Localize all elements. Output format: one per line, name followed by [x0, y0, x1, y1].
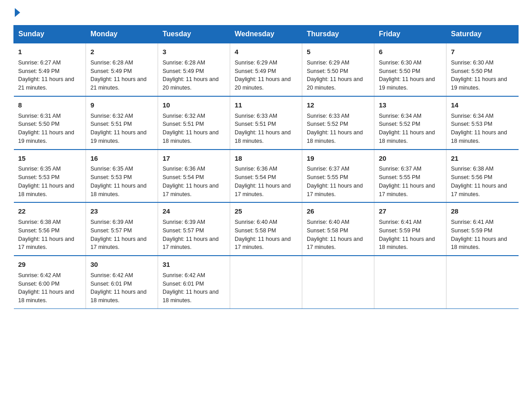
calendar-day-cell: 3Sunrise: 6:28 AMSunset: 5:49 PMDaylight…: [158, 43, 230, 96]
calendar-day-cell: 25Sunrise: 6:40 AMSunset: 5:58 PMDayligh…: [230, 202, 302, 256]
calendar-day-cell: 29Sunrise: 6:42 AMSunset: 6:00 PMDayligh…: [14, 256, 86, 308]
day-info: Sunrise: 6:36 AMSunset: 5:54 PMDaylight:…: [163, 165, 225, 198]
day-info: Sunrise: 6:33 AMSunset: 5:51 PMDaylight:…: [235, 112, 297, 146]
day-info: Sunrise: 6:38 AMSunset: 5:56 PMDaylight:…: [18, 218, 82, 252]
day-info: Sunrise: 6:29 AMSunset: 5:49 PMDaylight:…: [235, 59, 297, 92]
day-number: 10: [163, 100, 225, 110]
day-info: Sunrise: 6:42 AMSunset: 6:00 PMDaylight:…: [18, 271, 82, 305]
logo-arrow-icon: [15, 8, 20, 17]
calendar-day-cell: 11Sunrise: 6:33 AMSunset: 5:51 PMDayligh…: [230, 96, 302, 150]
day-number: 16: [90, 154, 153, 163]
calendar-header-sunday: Sunday: [14, 26, 86, 43]
calendar-day-cell: 10Sunrise: 6:32 AMSunset: 5:51 PMDayligh…: [158, 96, 230, 150]
day-info: Sunrise: 6:41 AMSunset: 5:59 PMDaylight:…: [379, 218, 442, 252]
day-info: Sunrise: 6:40 AMSunset: 5:58 PMDaylight:…: [235, 218, 297, 252]
day-number: 3: [163, 47, 225, 57]
day-info: Sunrise: 6:32 AMSunset: 5:51 PMDaylight:…: [163, 112, 225, 146]
day-number: 29: [18, 260, 82, 270]
day-info: Sunrise: 6:40 AMSunset: 5:58 PMDaylight:…: [307, 218, 369, 252]
day-number: 11: [235, 100, 297, 110]
calendar-day-cell: 17Sunrise: 6:36 AMSunset: 5:54 PMDayligh…: [158, 150, 230, 203]
calendar-day-cell: 19Sunrise: 6:37 AMSunset: 5:55 PMDayligh…: [302, 150, 374, 203]
day-info: Sunrise: 6:33 AMSunset: 5:52 PMDaylight:…: [307, 112, 369, 146]
day-info: Sunrise: 6:34 AMSunset: 5:53 PMDaylight:…: [451, 112, 514, 146]
day-number: 31: [163, 260, 225, 270]
calendar-day-cell: 8Sunrise: 6:31 AMSunset: 5:50 PMDaylight…: [14, 96, 86, 150]
calendar-day-cell: 12Sunrise: 6:33 AMSunset: 5:52 PMDayligh…: [302, 96, 374, 150]
calendar-week-row: 29Sunrise: 6:42 AMSunset: 6:00 PMDayligh…: [14, 256, 519, 308]
calendar-day-cell: 4Sunrise: 6:29 AMSunset: 5:49 PMDaylight…: [230, 43, 302, 96]
calendar-day-cell: 21Sunrise: 6:38 AMSunset: 5:56 PMDayligh…: [446, 150, 519, 203]
calendar-day-cell: [446, 256, 519, 308]
calendar-day-cell: 20Sunrise: 6:37 AMSunset: 5:55 PMDayligh…: [374, 150, 446, 203]
calendar-day-cell: 2Sunrise: 6:28 AMSunset: 5:49 PMDaylight…: [86, 43, 158, 96]
calendar-week-row: 15Sunrise: 6:35 AMSunset: 5:53 PMDayligh…: [14, 150, 519, 203]
day-number: 26: [307, 206, 369, 216]
calendar-week-row: 8Sunrise: 6:31 AMSunset: 5:50 PMDaylight…: [14, 96, 519, 150]
calendar-day-cell: 5Sunrise: 6:29 AMSunset: 5:50 PMDaylight…: [302, 43, 374, 96]
calendar-header-monday: Monday: [86, 26, 158, 43]
day-number: 2: [90, 47, 153, 57]
day-info: Sunrise: 6:41 AMSunset: 5:59 PMDaylight:…: [451, 218, 514, 252]
day-number: 30: [90, 260, 153, 270]
day-number: 25: [235, 206, 297, 216]
page-header: [13, 9, 519, 17]
day-number: 8: [18, 100, 82, 110]
day-number: 17: [163, 154, 225, 163]
day-info: Sunrise: 6:31 AMSunset: 5:50 PMDaylight:…: [18, 112, 82, 146]
day-number: 13: [379, 100, 442, 110]
day-info: Sunrise: 6:30 AMSunset: 5:50 PMDaylight:…: [379, 59, 442, 92]
calendar-header-saturday: Saturday: [446, 26, 519, 43]
day-info: Sunrise: 6:37 AMSunset: 5:55 PMDaylight:…: [307, 165, 369, 198]
day-info: Sunrise: 6:30 AMSunset: 5:50 PMDaylight:…: [451, 59, 514, 92]
day-number: 12: [307, 100, 369, 110]
logo: [13, 9, 22, 17]
calendar-day-cell: [230, 256, 302, 308]
calendar-day-cell: 7Sunrise: 6:30 AMSunset: 5:50 PMDaylight…: [446, 43, 519, 96]
day-info: Sunrise: 6:36 AMSunset: 5:54 PMDaylight:…: [235, 165, 297, 198]
calendar-day-cell: 18Sunrise: 6:36 AMSunset: 5:54 PMDayligh…: [230, 150, 302, 203]
calendar-day-cell: 31Sunrise: 6:42 AMSunset: 6:01 PMDayligh…: [158, 256, 230, 308]
day-number: 28: [451, 206, 514, 216]
day-number: 21: [451, 154, 514, 163]
day-info: Sunrise: 6:39 AMSunset: 5:57 PMDaylight:…: [163, 218, 225, 252]
calendar-day-cell: 23Sunrise: 6:39 AMSunset: 5:57 PMDayligh…: [86, 202, 158, 256]
day-number: 27: [379, 206, 442, 216]
day-number: 18: [235, 154, 297, 163]
calendar-day-cell: 16Sunrise: 6:35 AMSunset: 5:53 PMDayligh…: [86, 150, 158, 203]
calendar-day-cell: 22Sunrise: 6:38 AMSunset: 5:56 PMDayligh…: [14, 202, 86, 256]
day-number: 4: [235, 47, 297, 57]
day-info: Sunrise: 6:35 AMSunset: 5:53 PMDaylight:…: [18, 165, 82, 198]
calendar-day-cell: 26Sunrise: 6:40 AMSunset: 5:58 PMDayligh…: [302, 202, 374, 256]
calendar-header-wednesday: Wednesday: [230, 26, 302, 43]
calendar-day-cell: 30Sunrise: 6:42 AMSunset: 6:01 PMDayligh…: [86, 256, 158, 308]
day-info: Sunrise: 6:38 AMSunset: 5:56 PMDaylight:…: [451, 165, 514, 198]
calendar-day-cell: 13Sunrise: 6:34 AMSunset: 5:52 PMDayligh…: [374, 96, 446, 150]
day-info: Sunrise: 6:28 AMSunset: 5:49 PMDaylight:…: [163, 59, 225, 92]
calendar-day-cell: 28Sunrise: 6:41 AMSunset: 5:59 PMDayligh…: [446, 202, 519, 256]
day-number: 7: [451, 47, 514, 57]
calendar-day-cell: [302, 256, 374, 308]
day-number: 15: [18, 154, 82, 163]
day-info: Sunrise: 6:42 AMSunset: 6:01 PMDaylight:…: [163, 271, 225, 305]
calendar-day-cell: 14Sunrise: 6:34 AMSunset: 5:53 PMDayligh…: [446, 96, 519, 150]
calendar-day-cell: 9Sunrise: 6:32 AMSunset: 5:51 PMDaylight…: [86, 96, 158, 150]
calendar-day-cell: 6Sunrise: 6:30 AMSunset: 5:50 PMDaylight…: [374, 43, 446, 96]
calendar-day-cell: 15Sunrise: 6:35 AMSunset: 5:53 PMDayligh…: [14, 150, 86, 203]
day-info: Sunrise: 6:37 AMSunset: 5:55 PMDaylight:…: [379, 165, 442, 198]
calendar-day-cell: [374, 256, 446, 308]
day-info: Sunrise: 6:39 AMSunset: 5:57 PMDaylight:…: [90, 218, 153, 252]
day-number: 20: [379, 154, 442, 163]
day-number: 14: [451, 100, 514, 110]
day-info: Sunrise: 6:42 AMSunset: 6:01 PMDaylight:…: [90, 271, 153, 305]
calendar-day-cell: 1Sunrise: 6:27 AMSunset: 5:49 PMDaylight…: [14, 43, 86, 96]
calendar-week-row: 22Sunrise: 6:38 AMSunset: 5:56 PMDayligh…: [14, 202, 519, 256]
calendar-header-row: SundayMondayTuesdayWednesdayThursdayFrid…: [14, 26, 519, 43]
day-number: 23: [90, 206, 153, 216]
day-number: 1: [18, 47, 82, 57]
day-number: 9: [90, 100, 153, 110]
day-info: Sunrise: 6:27 AMSunset: 5:49 PMDaylight:…: [18, 59, 82, 92]
calendar-header-thursday: Thursday: [302, 26, 374, 43]
calendar-day-cell: 27Sunrise: 6:41 AMSunset: 5:59 PMDayligh…: [374, 202, 446, 256]
calendar-day-cell: 24Sunrise: 6:39 AMSunset: 5:57 PMDayligh…: [158, 202, 230, 256]
